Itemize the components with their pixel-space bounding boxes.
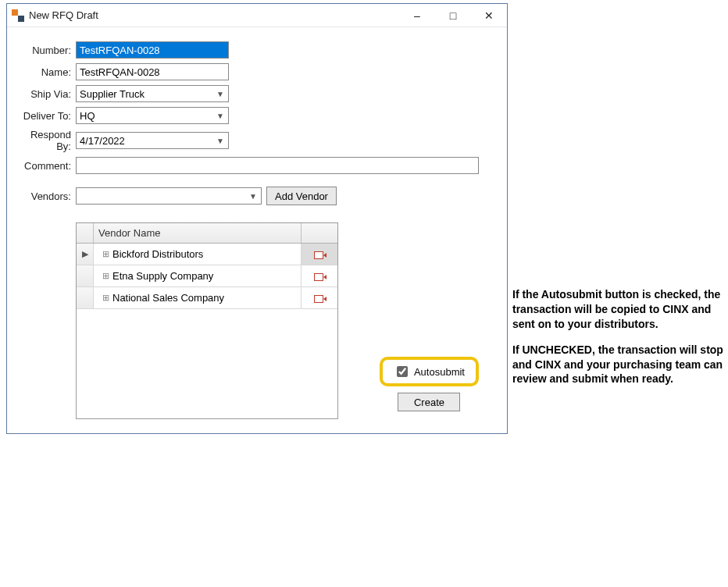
vendors-grid: Vendor Name ▶ ⊞ Bickford Distributors xyxy=(76,222,338,419)
vendor-name: National Sales Company xyxy=(112,292,224,304)
app-icon xyxy=(12,9,24,22)
remove-vendor-button[interactable] xyxy=(302,287,337,308)
autosubmit-checkbox-label[interactable]: Autosubmit xyxy=(387,361,471,382)
label-ship-via: Ship Via: xyxy=(16,88,76,100)
label-comment: Comment: xyxy=(16,160,76,172)
annotation-text: If the Autosubmit button is checked, the… xyxy=(512,287,723,397)
grid-col-actions xyxy=(302,223,337,243)
delete-icon xyxy=(314,250,325,259)
respond-by-value: 4/17/2022 xyxy=(80,135,125,147)
annotation-p2: If UNCHECKED, the transaction will stop … xyxy=(512,343,723,387)
label-deliver-to: Deliver To: xyxy=(16,110,76,122)
add-vendor-button[interactable]: Add Vendor xyxy=(266,187,337,205)
comment-field[interactable] xyxy=(76,157,479,174)
autosubmit-highlight: Autosubmit xyxy=(380,357,479,386)
chevron-down-icon: ▼ xyxy=(214,112,227,120)
table-row[interactable]: ▶ ⊞ Bickford Distributors xyxy=(77,244,337,265)
number-field[interactable] xyxy=(76,41,229,59)
chevron-down-icon: ▼ xyxy=(214,90,227,98)
client-area: Number: Name: Ship Via: Supplier Truck ▼… xyxy=(7,27,507,433)
close-button[interactable]: ✕ xyxy=(471,4,507,27)
create-button[interactable]: Create xyxy=(398,393,460,411)
row-indicator-icon: ▶ xyxy=(77,244,94,265)
grid-row-selector-header xyxy=(77,223,94,243)
ship-via-value: Supplier Truck xyxy=(80,88,145,100)
row-indicator-icon xyxy=(77,265,94,286)
expand-icon[interactable]: ⊞ xyxy=(98,293,112,303)
grid-body: ▶ ⊞ Bickford Distributors ⊞ Etna Supply … xyxy=(77,244,337,418)
vendors-dropdown[interactable]: ▼ xyxy=(76,187,262,205)
annotation-p1: If the Autosubmit button is checked, the… xyxy=(512,287,723,332)
vendor-name: Bickford Distributors xyxy=(112,248,203,260)
titlebar: New RFQ Draft – □ ✕ xyxy=(7,4,507,27)
name-field[interactable] xyxy=(76,63,229,80)
deliver-to-value: HQ xyxy=(80,110,95,122)
label-respond-by: Respond By: xyxy=(16,129,76,152)
row-indicator-icon xyxy=(77,287,94,308)
respond-by-date[interactable]: 4/17/2022 ▼ xyxy=(76,132,229,149)
table-row[interactable]: ⊞ Etna Supply Company xyxy=(77,265,337,287)
label-vendors: Vendors: xyxy=(16,190,76,202)
label-name: Name: xyxy=(16,66,76,78)
expand-icon[interactable]: ⊞ xyxy=(98,249,112,259)
minimize-button[interactable]: – xyxy=(399,4,435,27)
vendor-name: Etna Supply Company xyxy=(112,270,213,282)
maximize-button[interactable]: □ xyxy=(435,4,471,27)
remove-vendor-button[interactable] xyxy=(302,265,337,286)
grid-empty-area xyxy=(77,309,337,418)
delete-icon xyxy=(314,272,325,281)
table-row[interactable]: ⊞ National Sales Company xyxy=(77,287,337,309)
grid-col-vendor-name[interactable]: Vendor Name xyxy=(94,223,302,243)
autosubmit-text: Autosubmit xyxy=(414,366,465,378)
label-number: Number: xyxy=(16,44,76,56)
chevron-down-icon: ▼ xyxy=(214,137,227,145)
deliver-to-dropdown[interactable]: HQ ▼ xyxy=(76,107,229,124)
autosubmit-checkbox[interactable] xyxy=(397,366,408,377)
remove-vendor-button[interactable] xyxy=(302,244,337,265)
grid-header: Vendor Name xyxy=(77,223,337,244)
ship-via-dropdown[interactable]: Supplier Truck ▼ xyxy=(76,85,229,102)
chevron-down-icon: ▼ xyxy=(247,192,259,201)
expand-icon[interactable]: ⊞ xyxy=(98,271,112,281)
window-new-rfq-draft: New RFQ Draft – □ ✕ Number: Name: Ship V… xyxy=(6,3,508,434)
bottom-controls: Autosubmit Create xyxy=(380,357,479,411)
window-title: New RFQ Draft xyxy=(29,9,98,21)
delete-icon xyxy=(314,294,325,303)
